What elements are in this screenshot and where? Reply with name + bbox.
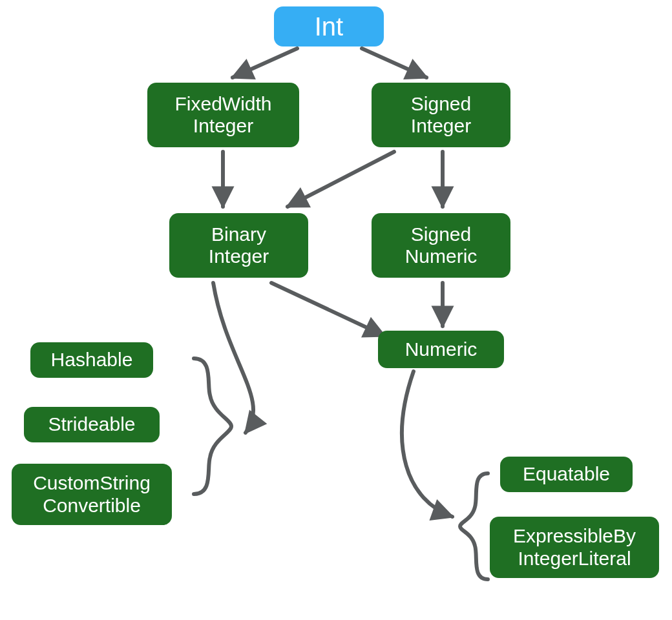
edge-binary-to-left-group [213,283,253,433]
label-line: FixedWidth [174,93,271,116]
brace-left-group [194,358,231,494]
node-customstring-convertible: CustomString Convertible [12,464,172,525]
node-equatable: Equatable [500,457,633,492]
label-line: Hashable [51,349,133,371]
protocol-hierarchy-diagram: Int FixedWidth Integer Signed Integer Bi… [0,0,672,620]
node-signed-integer: Signed Integer [372,83,510,147]
label-line: ExpressibleBy [513,525,636,548]
brace-right-group [460,473,488,579]
node-fixedwidth-integer: FixedWidth Integer [147,83,299,147]
node-int: Int [274,6,384,46]
label-line: Numeric [405,245,478,268]
label-line: CustomString [33,472,151,495]
node-strideable: Strideable [24,407,160,442]
edge-binary-to-numeric [271,283,384,336]
node-signed-numeric: Signed Numeric [372,213,510,278]
node-binary-integer: Binary Integer [169,213,308,278]
label-line: Signed [411,93,471,116]
label-line: Signed [411,223,471,246]
label-line: Convertible [43,495,141,517]
label-line: Numeric [405,338,478,361]
label-line: Integer [411,115,471,138]
label-line: IntegerLiteral [518,548,631,570]
label-line: Binary [211,223,266,246]
node-int-label: Int [315,12,343,41]
edge-numeric-to-right-group [402,371,452,517]
label-line: Integer [193,115,253,138]
node-numeric: Numeric [378,331,504,368]
edge-int-to-signed-integer [362,48,426,78]
label-line: Integer [209,245,269,268]
node-expressiblebyintegerliteral: ExpressibleBy IntegerLiteral [490,517,659,578]
label-line: Strideable [48,413,135,436]
label-line: Equatable [523,463,610,486]
edge-int-to-fixedwidth [233,48,297,78]
edge-signedint-to-binary [288,152,394,207]
node-hashable: Hashable [30,342,153,378]
